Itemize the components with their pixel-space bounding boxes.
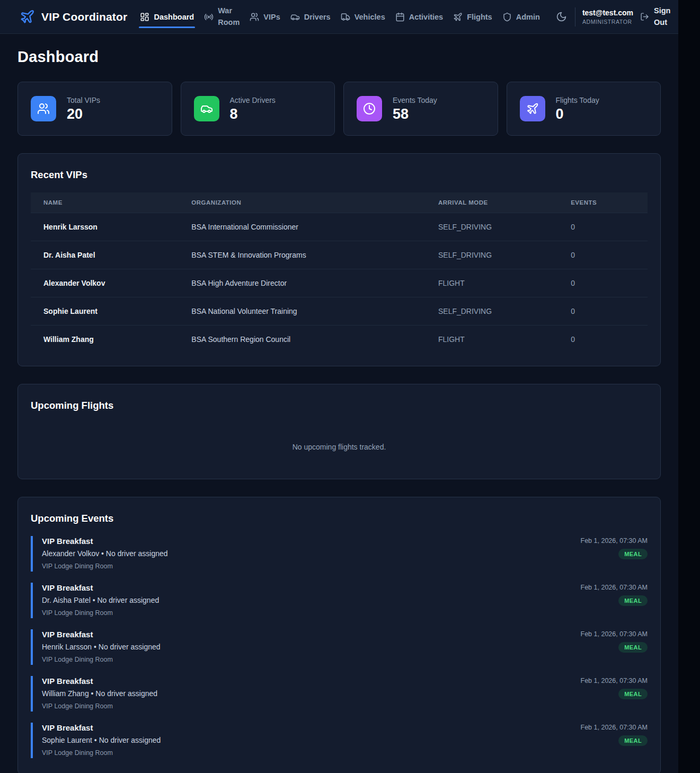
nav-item[interactable]: Flights	[453, 12, 492, 22]
vip-organization: BSA National Volunteer Training	[179, 297, 426, 326]
nav-item-label: Dashboard	[154, 13, 194, 21]
event-datetime: Feb 1, 2026, 07:30 AM	[581, 537, 648, 544]
nav-item[interactable]: Drivers	[290, 12, 331, 22]
column-header-name: NAME	[31, 192, 179, 213]
vip-name: Alexander Volkov	[31, 269, 179, 297]
nav-item[interactable]: Activities	[395, 12, 443, 22]
vip-events-count: 0	[558, 241, 648, 269]
vip-table-row[interactable]: Henrik Larsson BSA International Commiss…	[31, 213, 648, 241]
top-navbar: VIP Coordinator Dashboard War Room VIPs	[0, 0, 678, 34]
event-list-item: VIP Breakfast Henrik Larsson • No driver…	[31, 629, 648, 665]
vip-arrival-mode: SELF_DRIVING	[426, 241, 558, 269]
stat-card: Events Today 58	[343, 82, 498, 136]
app-container: VIP Coordinator Dashboard War Room VIPs	[0, 0, 678, 773]
upcoming-flights-empty-message: No upcoming flights tracked.	[31, 423, 648, 466]
event-subtitle: William Zhang • No driver assigned	[42, 689, 157, 698]
stat-card: Total VIPs 20	[17, 82, 172, 136]
nav-item-icon	[341, 12, 350, 22]
page-title: Dashboard	[17, 48, 661, 66]
event-type-badge: MEAL	[618, 642, 648, 653]
vip-name: Dr. Aisha Patel	[31, 241, 179, 269]
vip-name: Henrik Larsson	[31, 213, 179, 241]
event-details: VIP Breakfast Sophie Laurent • No driver…	[42, 723, 161, 757]
event-list-item: VIP Breakfast Alexander Volkov • No driv…	[31, 536, 648, 572]
vip-arrival-mode: FLIGHT	[426, 269, 558, 297]
plane-logo-icon	[20, 9, 35, 24]
column-header-arrival-mode: ARRIVAL MODE	[426, 192, 558, 213]
app-brand[interactable]: VIP Coordinator	[20, 9, 127, 24]
vip-name: William Zhang	[31, 326, 179, 354]
nav-item-icon	[290, 12, 300, 22]
vip-arrival-mode: SELF_DRIVING	[426, 213, 558, 241]
event-title: VIP Breakfast	[42, 723, 161, 732]
event-datetime: Feb 1, 2026, 07:30 AM	[581, 724, 648, 731]
event-details: VIP Breakfast William Zhang • No driver …	[42, 677, 157, 710]
nav-item[interactable]: Vehicles	[341, 12, 385, 22]
app-title: VIP Coordinator	[41, 11, 127, 23]
table-header-row: NAME ORGANIZATION ARRIVAL MODE EVENTS	[31, 192, 648, 213]
event-meta: Feb 1, 2026, 07:30 AM MEAL	[581, 537, 648, 559]
event-details: VIP Breakfast Dr. Aisha Patel • No drive…	[42, 583, 159, 617]
stat-icon	[520, 96, 545, 121]
vip-organization: BSA High Adventure Director	[179, 269, 426, 297]
event-type-badge: MEAL	[618, 689, 648, 699]
stat-text: Active Drivers 8	[230, 96, 276, 121]
event-location: VIP Lodge Dining Room	[42, 563, 168, 570]
nav-item-label: VIPs	[263, 13, 280, 21]
stat-value: 58	[393, 107, 437, 121]
theme-toggle-moon-icon[interactable]	[555, 10, 568, 23]
event-location: VIP Lodge Dining Room	[42, 702, 157, 710]
nav-item[interactable]: VIPs	[250, 12, 280, 22]
upcoming-events-panel: Upcoming Events VIP Breakfast Alexander …	[17, 497, 661, 773]
sign-out-label: Sign Out	[654, 5, 675, 28]
user-info: test@test.com ADMINISTRATOR	[582, 8, 633, 25]
recent-vips-table: NAME ORGANIZATION ARRIVAL MODE EVENTS He…	[31, 192, 648, 353]
navbar-right-cluster: test@test.com ADMINISTRATOR Sign Out	[555, 5, 675, 28]
event-datetime: Feb 1, 2026, 07:30 AM	[581, 630, 648, 638]
upcoming-events-list: VIP Breakfast Alexander Volkov • No driv…	[31, 536, 648, 758]
stats-row: Total VIPs 20 Active Drivers 8 Event	[17, 82, 661, 136]
stat-icon	[357, 96, 382, 121]
event-meta: Feb 1, 2026, 07:30 AM MEAL	[581, 677, 648, 699]
event-subtitle: Alexander Volkov • No driver assigned	[42, 549, 168, 558]
user-role: ADMINISTRATOR	[582, 18, 633, 25]
stat-text: Events Today 58	[393, 96, 437, 121]
nav-item-icon	[140, 12, 149, 22]
nav-item-label: Vehicles	[355, 13, 385, 21]
event-details: VIP Breakfast Alexander Volkov • No driv…	[42, 537, 168, 570]
vip-organization: BSA Southern Region Council	[179, 326, 426, 354]
vip-table-row[interactable]: Dr. Aisha Patel BSA STEM & Innovation Pr…	[31, 241, 648, 269]
event-location: VIP Lodge Dining Room	[42, 656, 161, 663]
stat-label: Active Drivers	[230, 96, 276, 104]
sign-out-button[interactable]: Sign Out	[640, 5, 675, 28]
main-nav: Dashboard War Room VIPs Drivers	[140, 5, 539, 28]
vip-name: Sophie Laurent	[31, 297, 179, 326]
stat-icon	[194, 96, 219, 121]
vip-table-row[interactable]: Alexander Volkov BSA High Adventure Dire…	[31, 269, 648, 297]
nav-item[interactable]: Dashboard	[140, 12, 194, 22]
nav-item-label: Admin	[516, 13, 540, 21]
event-datetime: Feb 1, 2026, 07:30 AM	[581, 584, 648, 591]
vip-arrival-mode: SELF_DRIVING	[426, 297, 558, 326]
event-title: VIP Breakfast	[42, 537, 168, 546]
stat-text: Flights Today 0	[556, 96, 599, 121]
vip-events-count: 0	[558, 269, 648, 297]
vip-arrival-mode: FLIGHT	[426, 326, 558, 354]
nav-item-icon	[395, 12, 405, 22]
event-type-badge: MEAL	[618, 595, 648, 606]
event-list-item: VIP Breakfast Dr. Aisha Patel • No drive…	[31, 583, 648, 618]
nav-item-icon	[204, 12, 214, 22]
vip-organization: BSA STEM & Innovation Programs	[179, 241, 426, 269]
event-title: VIP Breakfast	[42, 583, 159, 592]
event-title: VIP Breakfast	[42, 630, 161, 639]
vip-table-row[interactable]: William Zhang BSA Southern Region Counci…	[31, 326, 648, 354]
nav-item-icon	[250, 12, 259, 22]
nav-item[interactable]: War Room	[204, 5, 240, 28]
vip-table-row[interactable]: Sophie Laurent BSA National Volunteer Tr…	[31, 297, 648, 326]
sign-out-icon	[640, 12, 649, 21]
vip-events-count: 0	[558, 297, 648, 326]
nav-item[interactable]: Admin	[502, 12, 540, 22]
event-location: VIP Lodge Dining Room	[42, 609, 159, 617]
upcoming-flights-title: Upcoming Flights	[31, 400, 648, 411]
event-list-item: VIP Breakfast William Zhang • No driver …	[31, 676, 648, 711]
